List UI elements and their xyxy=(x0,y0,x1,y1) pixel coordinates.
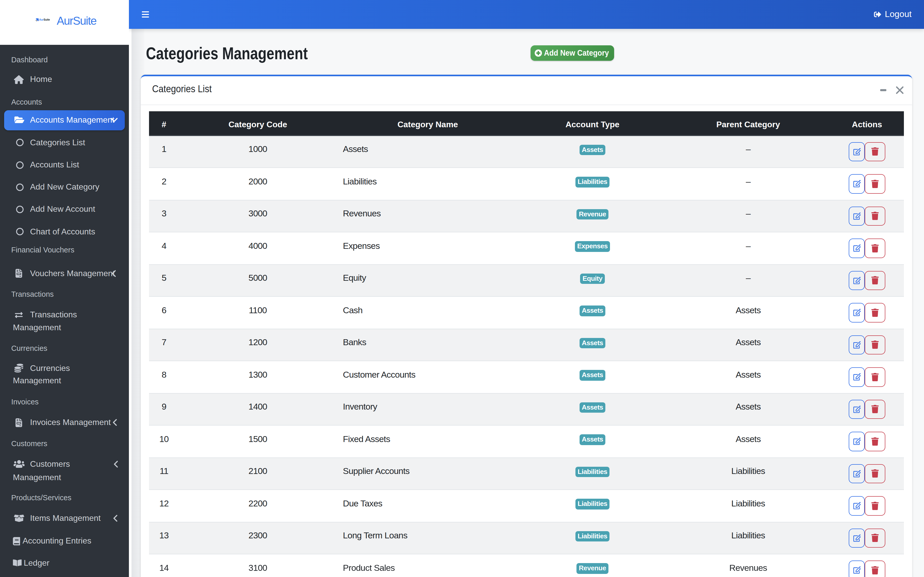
svg-text:AurSuite: AurSuite xyxy=(39,18,50,21)
